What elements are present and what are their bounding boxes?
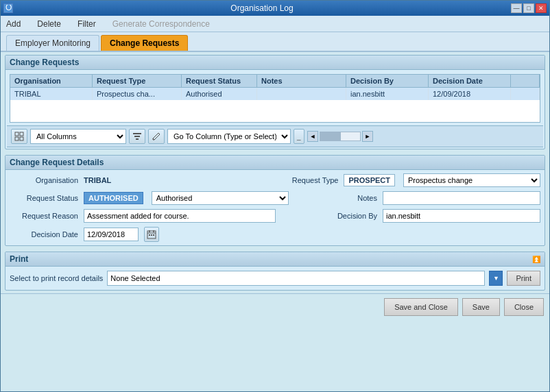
tabs-bar: Employer Monitoring Change Requests <box>1 32 549 52</box>
tab-employer-monitoring[interactable]: Employer Monitoring <box>6 35 99 51</box>
details-content: Organisation TRIBAL Request Type PROSPEC… <box>5 170 545 245</box>
scroll-left-btn[interactable]: ◄ <box>307 131 318 142</box>
title-bar: O Organisation Log — □ ✕ <box>1 1 549 16</box>
filter-icon <box>132 132 142 141</box>
request-type-label: Request Type <box>276 176 338 184</box>
app-icon: O <box>3 3 13 13</box>
print-record-select[interactable] <box>107 271 485 286</box>
decision-date-label: Decision Date <box>10 230 78 238</box>
request-reason-label: Request Reason <box>10 212 78 220</box>
svg-rect-17 <box>153 234 154 236</box>
cell-request-type: Prospectus cha... <box>93 88 182 100</box>
change-requests-table: Organisation Request Type Request Status… <box>10 74 540 123</box>
organisation-label: Organisation <box>10 176 78 184</box>
footer: Save and Close Save Close <box>1 293 549 320</box>
cell-extra <box>511 88 540 100</box>
request-reason-input[interactable] <box>84 209 276 223</box>
collapse-icon[interactable]: ⏫ <box>532 256 540 263</box>
print-dropdown-btn[interactable]: ▼ <box>489 271 503 286</box>
columns-dropdown[interactable]: All Columns <box>30 129 126 144</box>
scroll-area: ◄ ► <box>307 131 373 142</box>
move-btn[interactable]: _ <box>294 129 304 144</box>
save-button[interactable]: Save <box>462 298 500 316</box>
calendar-btn[interactable] <box>144 227 159 242</box>
scroll-track <box>320 132 361 141</box>
grid-icon <box>14 132 24 141</box>
form-row-4: Decision Date <box>5 225 545 244</box>
svg-rect-3 <box>20 132 23 136</box>
table-row[interactable]: TRIBAL Prospectus cha... Authorised ian.… <box>10 88 540 100</box>
edit-btn[interactable] <box>148 129 165 144</box>
svg-rect-8 <box>136 138 139 140</box>
col-request-type: Request Type <box>93 75 182 87</box>
close-window-button[interactable]: ✕ <box>536 3 547 13</box>
svg-text:O: O <box>5 5 12 12</box>
cell-request-status: Authorised <box>182 88 257 100</box>
svg-rect-7 <box>134 136 140 137</box>
decision-by-input[interactable] <box>383 209 540 223</box>
window-title: Organisation Log <box>13 3 511 13</box>
decision-by-label: Decision By <box>315 212 377 220</box>
svg-rect-6 <box>133 133 141 134</box>
menu-delete[interactable]: Delete <box>34 18 64 30</box>
table-body: TRIBAL Prospectus cha... Authorised ian.… <box>10 88 540 122</box>
cell-decision-by: ian.nesbitt <box>346 88 429 100</box>
save-and-close-button[interactable]: Save and Close <box>384 298 458 316</box>
details-section: Change Request Details Organisation TRIB… <box>5 155 545 246</box>
form-row-1: Organisation TRIBAL Request Type PROSPEC… <box>5 171 545 189</box>
menu-add[interactable]: Add <box>3 18 23 30</box>
view-btn[interactable] <box>11 129 27 144</box>
svg-rect-5 <box>20 137 23 140</box>
close-button[interactable]: Close <box>504 298 544 316</box>
col-request-status: Request Status <box>182 75 257 87</box>
print-title: Print <box>10 254 28 264</box>
notes-input[interactable] <box>383 191 540 205</box>
tab-change-requests[interactable]: Change Requests <box>101 35 188 51</box>
goto-column-dropdown[interactable]: Go To Column (Type or Select) <box>167 129 291 144</box>
svg-rect-16 <box>151 234 152 236</box>
menu-generate-correspondence: Generate Correspondence <box>110 18 213 30</box>
decision-date-input[interactable] <box>84 228 139 241</box>
cell-notes <box>257 88 346 100</box>
change-requests-section: Change Requests Organisation Request Typ… <box>5 55 545 149</box>
minimize-button[interactable]: — <box>511 3 522 13</box>
menu-bar: Add Delete Filter Generate Correspondenc… <box>1 16 549 32</box>
print-label: Select to print record details <box>10 274 103 282</box>
edit-icon <box>152 132 161 141</box>
col-extra <box>511 75 540 87</box>
col-notes: Notes <box>257 75 346 87</box>
maximize-button[interactable]: □ <box>523 3 534 13</box>
print-section: Print ⏫ Select to print record details ▼… <box>5 252 545 291</box>
menu-filter[interactable]: Filter <box>75 18 99 30</box>
form-row-2: Request Status AUTHORISED Authorised Not… <box>5 189 545 207</box>
request-type-dropdown[interactable]: Prospectus change <box>403 173 540 187</box>
request-status-label: Request Status <box>10 194 78 202</box>
request-status-badge: AUTHORISED <box>84 192 143 204</box>
col-decision-date: Decision Date <box>429 75 511 87</box>
scroll-thumb <box>320 132 341 140</box>
col-decision-by: Decision By <box>346 75 429 87</box>
form-row-3: Request Reason Decision By <box>5 207 545 225</box>
svg-rect-15 <box>149 234 150 236</box>
col-organisation: Organisation <box>10 75 93 87</box>
svg-rect-2 <box>15 132 19 136</box>
request-status-dropdown[interactable]: Authorised <box>152 191 289 205</box>
svg-rect-4 <box>15 137 19 140</box>
details-title: Change Request Details <box>10 158 104 167</box>
print-header: Print ⏫ <box>5 252 545 267</box>
change-requests-header: Change Requests <box>5 56 545 70</box>
calendar-icon <box>147 230 156 239</box>
print-button[interactable]: Print <box>507 271 540 286</box>
filter-btn[interactable] <box>129 129 145 144</box>
notes-label: Notes <box>315 194 377 202</box>
main-window: O Organisation Log — □ ✕ Add Delete Filt… <box>0 0 550 392</box>
toolbar-row: All Columns Go To Column (Type or Select… <box>7 125 543 147</box>
cell-decision-date: 12/09/2018 <box>429 88 511 100</box>
scroll-right-btn[interactable]: ► <box>362 131 373 142</box>
print-content: Select to print record details ▼ Print <box>5 267 545 290</box>
cell-organisation: TRIBAL <box>10 88 93 100</box>
title-bar-left: O <box>3 3 13 13</box>
window-controls: — □ ✕ <box>511 3 547 13</box>
request-type-code: PROSPECT <box>344 174 395 186</box>
table-header-row: Organisation Request Type Request Status… <box>10 75 540 88</box>
